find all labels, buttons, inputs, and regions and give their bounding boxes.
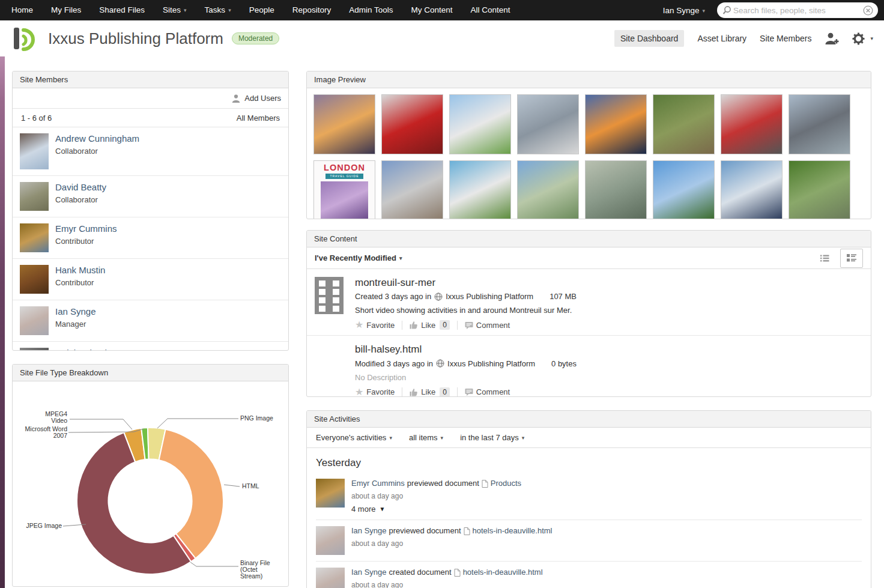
avatar[interactable]: [316, 568, 345, 588]
divider: [457, 321, 458, 330]
nav-people[interactable]: People: [240, 0, 283, 20]
chart-label-binary: Binary File (Octet Stream): [240, 560, 277, 580]
like-button[interactable]: Like: [410, 387, 435, 396]
thumbnail-city-skyline[interactable]: [517, 94, 579, 154]
activity-target-link[interactable]: hotels-in-deauville.html: [463, 568, 543, 578]
activity-more-toggle[interactable]: 4 more▼: [351, 505, 521, 514]
thumbnail-tower-bridge-day[interactable]: [381, 160, 443, 219]
nav-my-content[interactable]: My Content: [402, 0, 462, 20]
thumbnail-chateau-turrets[interactable]: [449, 160, 511, 219]
favorite-button[interactable]: ★Favorite: [355, 387, 395, 397]
activity-text: Emyr Cummins previewed document Products: [351, 479, 521, 489]
thumbnail-dinosaur-statues-park[interactable]: [789, 160, 850, 219]
favorite-button[interactable]: ★Favorite: [355, 320, 395, 330]
avatar[interactable]: [20, 133, 49, 169]
thumbnail-london-travel-guide-cover[interactable]: LONDON TRAVEL GUIDE: [313, 160, 375, 219]
activity-target-link[interactable]: Products: [491, 479, 521, 489]
nav-sites[interactable]: Sites▾: [154, 0, 196, 20]
member-name-link[interactable]: Reinhard Scheer: [55, 348, 123, 351]
detailed-view-icon[interactable]: [840, 249, 863, 268]
thumbnail-tower-bridge-sunset[interactable]: [313, 94, 375, 154]
avatar[interactable]: [316, 526, 345, 555]
add-users-label: Add Users: [244, 94, 281, 103]
activities-type-filter[interactable]: all items▾: [409, 433, 443, 442]
nav-home[interactable]: Home: [2, 0, 42, 20]
nav-tasks[interactable]: Tasks▾: [196, 0, 240, 20]
activity-target-link[interactable]: hotels-in-deauville.html: [473, 526, 552, 536]
thumbnail-chateau-lake[interactable]: [517, 160, 579, 219]
right-column: Image Preview LONDON TRAVEL GUIDE: [306, 71, 871, 588]
activities-range-filter[interactable]: in the last 7 days▾: [460, 433, 524, 442]
comment-icon: [465, 388, 473, 396]
video-file-icon[interactable]: [315, 277, 344, 314]
like-button[interactable]: Like: [410, 321, 435, 330]
content-item-title-link[interactable]: montreuil-sur-mer: [355, 277, 435, 289]
settings-menu[interactable]: ▾: [852, 32, 873, 45]
activity-timestamp: about a day ago: [351, 492, 521, 500]
thumbnail-white-sculpture-park[interactable]: [449, 94, 511, 154]
content-item-title-link[interactable]: bill-halsey.html: [355, 344, 422, 356]
simple-view-icon[interactable]: [813, 249, 836, 268]
clear-search-icon[interactable]: [863, 5, 873, 16]
nav-my-files[interactable]: My Files: [42, 0, 90, 20]
thumbnail-tall-ship-masts[interactable]: [721, 160, 783, 219]
activity-user-link[interactable]: Emyr Cummins: [351, 479, 405, 489]
comment-label: Comment: [476, 321, 510, 330]
avatar[interactable]: [20, 182, 49, 211]
search-box: [717, 2, 878, 18]
avatar[interactable]: [20, 306, 49, 335]
cover-title-text: LONDON: [324, 163, 365, 172]
caret-down-icon: ▾: [389, 435, 392, 441]
add-users-button[interactable]: Add Users: [232, 94, 281, 103]
user-menu[interactable]: Ian Synge▾: [663, 6, 705, 15]
file-size: 0 bytes: [551, 359, 577, 368]
activity-row: Emyr Cummins previewed document Products…: [316, 473, 862, 520]
add-user-icon[interactable]: [825, 32, 839, 45]
comment-button[interactable]: Comment: [465, 321, 510, 330]
comment-button[interactable]: Comment: [465, 387, 510, 396]
caret-down-icon: ▾: [702, 8, 705, 14]
site-link[interactable]: Ixxus Publishing Platform: [447, 359, 535, 368]
thumbnail-crocodile-sculpture-pond[interactable]: [653, 94, 715, 154]
member-name-link[interactable]: Hank Mustin: [55, 265, 105, 276]
tab-site-dashboard[interactable]: Site Dashboard: [614, 30, 685, 47]
thumbnail-crystal-palace-tower[interactable]: [653, 160, 715, 219]
thumbnail-houses-of-parliament-river[interactable]: [789, 94, 850, 154]
activity-user-link[interactable]: Ian Synge: [351, 526, 387, 536]
all-members-link[interactable]: All Members: [237, 114, 280, 123]
tab-site-members[interactable]: Site Members: [760, 34, 811, 43]
nav-repository[interactable]: Repository: [283, 0, 341, 20]
nav-admin-tools[interactable]: Admin Tools: [340, 0, 402, 20]
content-filter-label: I've Recently Modified: [315, 253, 396, 262]
nav-all-content[interactable]: All Content: [462, 0, 519, 20]
meta-prefix: Created 3 days ago in: [355, 292, 431, 301]
member-role: Contributor: [55, 278, 105, 287]
caret-down-icon: ▾: [228, 7, 231, 13]
member-name-link[interactable]: Ian Synge: [55, 306, 96, 318]
site-link[interactable]: Ixxus Publishing Platform: [446, 292, 533, 301]
tab-asset-library[interactable]: Asset Library: [697, 34, 746, 43]
activity-user-link[interactable]: Ian Synge: [351, 568, 387, 578]
content-item-main: bill-halsey.html Modified 3 days ago in …: [355, 344, 863, 396]
member-name-link[interactable]: Emyr Cummins: [55, 223, 117, 235]
avatar[interactable]: [20, 348, 49, 351]
comment-label: Comment: [476, 387, 510, 396]
search-input[interactable]: [732, 5, 863, 16]
activity-timestamp: about a day ago: [351, 539, 552, 548]
avatar[interactable]: [20, 265, 49, 294]
activities-user-filter[interactable]: Everyone's activities▾: [316, 433, 392, 442]
avatar[interactable]: [20, 223, 49, 252]
thumbnail-houses-of-parliament-dusk[interactable]: [585, 94, 647, 154]
thumbnail-dinosaur-sculpture[interactable]: [585, 160, 647, 219]
member-name-link[interactable]: Andrew Cunningham: [55, 133, 139, 145]
nav-shared-files[interactable]: Shared Files: [90, 0, 154, 20]
panel-title: Site Content: [307, 231, 871, 247]
thumbnail-red-telephone-box[interactable]: [381, 94, 443, 154]
divider: [402, 387, 402, 396]
avatar[interactable]: [316, 479, 345, 508]
thumbnail-grid: LONDON TRAVEL GUIDE: [307, 88, 871, 219]
thumbnail-red-london-bus[interactable]: [721, 94, 783, 154]
caret-down-icon: ▾: [441, 435, 444, 441]
member-name-link[interactable]: David Beatty: [55, 182, 106, 193]
content-filter-dropdown[interactable]: I've Recently Modified▾: [315, 253, 402, 262]
